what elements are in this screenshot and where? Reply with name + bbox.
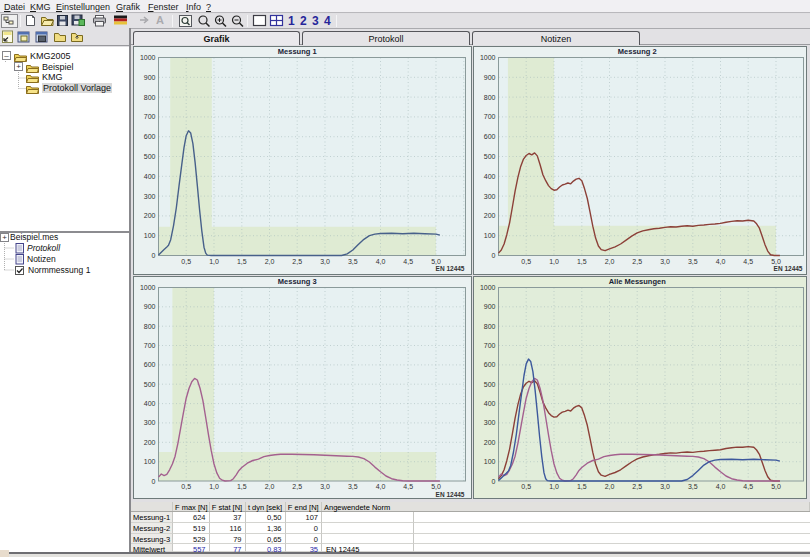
svg-text:2,0: 2,0 — [265, 483, 275, 490]
svg-text:100: 100 — [144, 458, 156, 465]
svg-text:100: 100 — [484, 458, 496, 465]
svg-text:3,0: 3,0 — [660, 258, 670, 265]
svg-text:4,0: 4,0 — [376, 483, 386, 490]
svg-text:EN 12445: EN 12445 — [436, 265, 465, 272]
svg-text:1,0: 1,0 — [549, 258, 559, 265]
svg-text:500: 500 — [484, 381, 496, 388]
svg-text:3,5: 3,5 — [348, 483, 358, 490]
svg-text:3,5: 3,5 — [688, 483, 698, 490]
svg-text:0,5: 0,5 — [181, 483, 191, 490]
svg-text:2,5: 2,5 — [632, 483, 642, 490]
svg-text:500: 500 — [484, 153, 496, 160]
svg-text:1,5: 1,5 — [577, 258, 587, 265]
svg-text:0: 0 — [492, 478, 496, 485]
svg-text:600: 600 — [484, 133, 496, 140]
svg-text:300: 300 — [144, 193, 156, 200]
svg-text:EN 12445: EN 12445 — [436, 491, 465, 498]
svg-text:800: 800 — [484, 94, 496, 101]
svg-text:900: 900 — [144, 303, 156, 310]
svg-text:1,5: 1,5 — [237, 258, 247, 265]
svg-text:1,5: 1,5 — [237, 483, 247, 490]
svg-text:0,5: 0,5 — [521, 258, 531, 265]
svg-text:1000: 1000 — [480, 54, 496, 61]
svg-text:2,5: 2,5 — [292, 483, 302, 490]
svg-text:Messung 2: Messung 2 — [618, 47, 657, 56]
svg-text:600: 600 — [144, 361, 156, 368]
svg-text:2,0: 2,0 — [605, 258, 615, 265]
svg-text:4,0: 4,0 — [716, 258, 726, 265]
svg-text:5,0: 5,0 — [771, 483, 781, 490]
svg-text:200: 200 — [144, 439, 156, 446]
svg-text:3,0: 3,0 — [320, 483, 330, 490]
svg-text:500: 500 — [144, 153, 156, 160]
svg-text:300: 300 — [484, 419, 496, 426]
svg-text:400: 400 — [144, 173, 156, 180]
svg-text:700: 700 — [144, 113, 156, 120]
svg-text:5,0: 5,0 — [431, 258, 441, 265]
svg-text:100: 100 — [484, 232, 496, 239]
svg-text:1,0: 1,0 — [549, 483, 559, 490]
svg-text:200: 200 — [484, 212, 496, 219]
svg-text:600: 600 — [484, 361, 496, 368]
svg-text:4,5: 4,5 — [403, 483, 413, 490]
svg-text:900: 900 — [144, 74, 156, 81]
svg-text:4,5: 4,5 — [743, 258, 753, 265]
svg-text:1,0: 1,0 — [209, 258, 219, 265]
svg-text:0: 0 — [152, 252, 156, 259]
svg-text:100: 100 — [144, 232, 156, 239]
svg-text:3,0: 3,0 — [320, 258, 330, 265]
svg-text:1,5: 1,5 — [577, 483, 587, 490]
svg-text:4,0: 4,0 — [376, 258, 386, 265]
svg-text:400: 400 — [484, 173, 496, 180]
svg-text:5,0: 5,0 — [771, 258, 781, 265]
svg-text:Alle Messungen: Alle Messungen — [609, 277, 667, 286]
svg-text:500: 500 — [144, 381, 156, 388]
svg-text:0: 0 — [492, 252, 496, 259]
svg-text:Messung 1: Messung 1 — [278, 47, 317, 56]
svg-text:700: 700 — [484, 342, 496, 349]
svg-text:3,5: 3,5 — [348, 258, 358, 265]
svg-text:900: 900 — [484, 303, 496, 310]
svg-text:900: 900 — [484, 74, 496, 81]
svg-text:300: 300 — [144, 419, 156, 426]
svg-text:700: 700 — [144, 342, 156, 349]
svg-text:1000: 1000 — [140, 54, 156, 61]
svg-text:2,5: 2,5 — [632, 258, 642, 265]
svg-text:600: 600 — [144, 133, 156, 140]
svg-text:0,5: 0,5 — [181, 258, 191, 265]
svg-text:0: 0 — [152, 478, 156, 485]
svg-text:3,0: 3,0 — [660, 483, 670, 490]
svg-text:2,0: 2,0 — [265, 258, 275, 265]
svg-text:EN 12445: EN 12445 — [774, 265, 803, 272]
svg-text:400: 400 — [484, 400, 496, 407]
svg-text:0,5: 0,5 — [521, 483, 531, 490]
svg-text:1000: 1000 — [480, 284, 496, 291]
svg-text:4,5: 4,5 — [403, 258, 413, 265]
svg-text:1000: 1000 — [140, 284, 156, 291]
svg-text:700: 700 — [484, 113, 496, 120]
svg-text:800: 800 — [144, 94, 156, 101]
svg-text:3,5: 3,5 — [688, 258, 698, 265]
svg-text:4,5: 4,5 — [743, 483, 753, 490]
svg-text:1,0: 1,0 — [209, 483, 219, 490]
svg-text:2,0: 2,0 — [605, 483, 615, 490]
svg-text:800: 800 — [484, 323, 496, 330]
svg-text:300: 300 — [484, 193, 496, 200]
svg-text:200: 200 — [484, 439, 496, 446]
svg-text:4,0: 4,0 — [716, 483, 726, 490]
svg-text:Messung 3: Messung 3 — [278, 277, 317, 286]
svg-text:800: 800 — [144, 323, 156, 330]
svg-text:2,5: 2,5 — [292, 258, 302, 265]
svg-text:5,0: 5,0 — [431, 483, 441, 490]
svg-text:200: 200 — [144, 212, 156, 219]
svg-text:400: 400 — [144, 400, 156, 407]
